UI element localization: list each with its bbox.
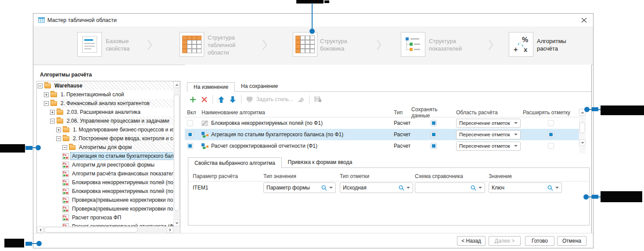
collapse-icon[interactable] bbox=[38, 84, 43, 88]
save-data-checkbox[interactable] bbox=[431, 131, 437, 138]
add-icon[interactable] bbox=[187, 94, 198, 105]
collapse-icon[interactable] bbox=[56, 136, 61, 141]
tree-node[interactable]: Fx Алгоритм для реестровой формы bbox=[37, 160, 173, 169]
value-dropdown[interactable]: Ключ bbox=[489, 182, 562, 193]
cancel-button[interactable]: Отмена bbox=[557, 236, 586, 246]
calc-area-dropdown[interactable]: Пересечение отметок bbox=[456, 142, 521, 151]
tree-node[interactable]: Warehause bbox=[37, 81, 173, 90]
move-up-icon[interactable] bbox=[216, 94, 227, 105]
step-table-area-structure[interactable] bbox=[180, 32, 204, 57]
enabled-checkbox[interactable] bbox=[187, 131, 193, 138]
done-button[interactable]: Готово bbox=[525, 236, 554, 246]
callout-dot bbox=[36, 145, 41, 150]
value-type-dropdown[interactable]: Параметр формы bbox=[263, 182, 336, 193]
side-head-structure-icon bbox=[295, 36, 315, 53]
next-button[interactable]: Далее > bbox=[489, 236, 521, 246]
tree-node[interactable]: Fx Алгоритм расчёта финансовых показател… bbox=[37, 169, 173, 178]
scroll-up-icon[interactable] bbox=[173, 81, 180, 88]
scrollbar-thumb[interactable] bbox=[174, 95, 180, 211]
step-calc-algorithms[interactable]: % + x bbox=[509, 32, 533, 57]
expand-mark-checkbox[interactable] bbox=[548, 143, 554, 149]
chevron-down-icon[interactable] bbox=[555, 187, 559, 189]
tree-node-label: 2.06. Управление процессами и задачами bbox=[65, 117, 171, 124]
tree-node[interactable]: Fx Агрегация по статьям бухгалтерского б… bbox=[37, 152, 173, 160]
set-style-label[interactable]: Задать стиль... bbox=[256, 96, 293, 102]
column-header[interactable]: Вкл bbox=[185, 109, 201, 116]
back-button[interactable]: < Назад bbox=[457, 236, 486, 246]
scroll-down-icon[interactable] bbox=[579, 139, 586, 146]
column-header[interactable]: Область расчёта bbox=[456, 109, 523, 116]
tree-node[interactable]: 1. Презентационный слой bbox=[37, 90, 173, 99]
column-header: Параметр расчёта bbox=[188, 173, 263, 179]
tree-node[interactable]: Fx Проверка(превышение корректировки по … bbox=[37, 196, 173, 204]
dictionary-schema-dropdown[interactable] bbox=[415, 182, 485, 193]
close-icon[interactable] bbox=[580, 17, 588, 24]
scrollbar-thumb[interactable] bbox=[579, 122, 585, 133]
tree-node[interactable]: Алгоритмы для форм bbox=[37, 143, 173, 152]
chevron-down-icon[interactable] bbox=[329, 187, 333, 189]
column-header[interactable]: Наименование алгоритма bbox=[201, 109, 394, 116]
tree-node[interactable]: Fx Расчет скорректированной отчетности (… bbox=[37, 222, 173, 226]
expand-mark-checkbox[interactable] bbox=[548, 120, 554, 126]
column-header[interactable]: Расширять отметку bbox=[523, 109, 579, 116]
column-header[interactable]: Сохранять данные bbox=[411, 106, 456, 119]
enabled-checkbox[interactable] bbox=[187, 143, 193, 149]
tree-node[interactable]: Fx Проверка(превышение корректировки по … bbox=[37, 204, 173, 213]
set-style-icon[interactable] bbox=[244, 94, 255, 105]
tab-input-forms-binding[interactable]: Привязка к формам ввода bbox=[282, 157, 359, 168]
tree-node[interactable]: Fx Расчет прогноза ФП bbox=[37, 213, 173, 222]
mark-type-dropdown[interactable]: Исходная bbox=[340, 182, 413, 193]
step-separator-chevron-icon bbox=[262, 39, 268, 51]
table-row[interactable]: Расчет скорректированной отчетности (Ф1)… bbox=[185, 140, 585, 152]
scroll-left-icon[interactable] bbox=[37, 226, 43, 233]
step-separator-chevron-icon bbox=[488, 39, 494, 51]
move-down-icon[interactable] bbox=[227, 94, 238, 105]
eraser-icon[interactable] bbox=[295, 94, 306, 105]
step-basic-properties[interactable] bbox=[77, 32, 102, 57]
step-indicators-structure[interactable] bbox=[401, 32, 425, 57]
callout-dot bbox=[36, 241, 42, 246]
search-icon[interactable] bbox=[547, 185, 553, 191]
collapse-icon[interactable] bbox=[62, 145, 67, 150]
step-side-head-structure[interactable] bbox=[293, 32, 317, 57]
tree-node[interactable]: 2.06. Управление процессами и задачами bbox=[37, 116, 173, 125]
tree-node-label: Расчет скорректированной отчетности (Ф1) bbox=[71, 223, 173, 226]
tree-node[interactable]: 2. Финансовый анализ контрагентов bbox=[37, 99, 173, 108]
expand-icon[interactable] bbox=[44, 92, 49, 97]
algorithm-type: Расчет bbox=[394, 120, 411, 126]
chevron-down-icon[interactable] bbox=[407, 187, 410, 189]
search-icon[interactable] bbox=[399, 185, 404, 191]
tree-node[interactable]: 1. Моделирование бизнес-процессов и их в… bbox=[37, 125, 173, 134]
chevron-down-icon[interactable] bbox=[479, 187, 482, 189]
tree-node[interactable]: Fx Блокировка некорректируемых полей (по… bbox=[37, 178, 173, 187]
folder-icon bbox=[57, 119, 63, 124]
calc-area-dropdown[interactable]: Пересечение отметок bbox=[456, 119, 521, 128]
tree-node[interactable]: 2. Построение форм ввода, контроля и сог… bbox=[37, 134, 173, 143]
save-lock-icon[interactable] bbox=[312, 94, 324, 105]
tab-on-save[interactable]: На сохранение bbox=[235, 82, 284, 91]
tree-node[interactable]: Fx Блокировка некорректируемых полей (по… bbox=[37, 187, 173, 196]
expand-icon[interactable] bbox=[50, 110, 55, 115]
save-data-checkbox[interactable] bbox=[431, 143, 437, 149]
calc-area-dropdown[interactable]: Пересечение отметок bbox=[456, 130, 521, 139]
search-icon[interactable] bbox=[471, 185, 476, 191]
tab-selected-algorithm-props[interactable]: Свойства выбранного алгоритма bbox=[188, 157, 282, 168]
selected-algorithms-panel: На изменение На сохранение bbox=[185, 65, 592, 234]
collapse-icon[interactable] bbox=[44, 101, 49, 106]
enabled-checkbox[interactable] bbox=[187, 120, 193, 126]
scroll-down-icon[interactable] bbox=[173, 220, 180, 226]
collapse-icon[interactable] bbox=[50, 119, 55, 124]
table-row[interactable]: Блокировка некорректируемых полей (по Ф1… bbox=[185, 117, 585, 129]
scrollbar-thumb[interactable] bbox=[44, 227, 138, 233]
tree-node[interactable]: 2.03. Расширенная аналитика bbox=[37, 108, 173, 116]
save-data-checkbox[interactable] bbox=[431, 120, 437, 126]
tab-on-change[interactable]: На изменение bbox=[187, 82, 235, 92]
scroll-right-icon[interactable] bbox=[167, 226, 173, 233]
svg-text:x: x bbox=[524, 46, 528, 53]
column-header[interactable]: Тип bbox=[394, 109, 411, 116]
delete-icon[interactable] bbox=[198, 94, 210, 105]
table-row-selected[interactable]: Агрегация по статьям бухгалтерского бала… bbox=[185, 129, 585, 140]
expand-icon[interactable] bbox=[56, 127, 61, 132]
search-icon[interactable] bbox=[321, 185, 327, 191]
expand-mark-checkbox[interactable] bbox=[548, 131, 554, 138]
